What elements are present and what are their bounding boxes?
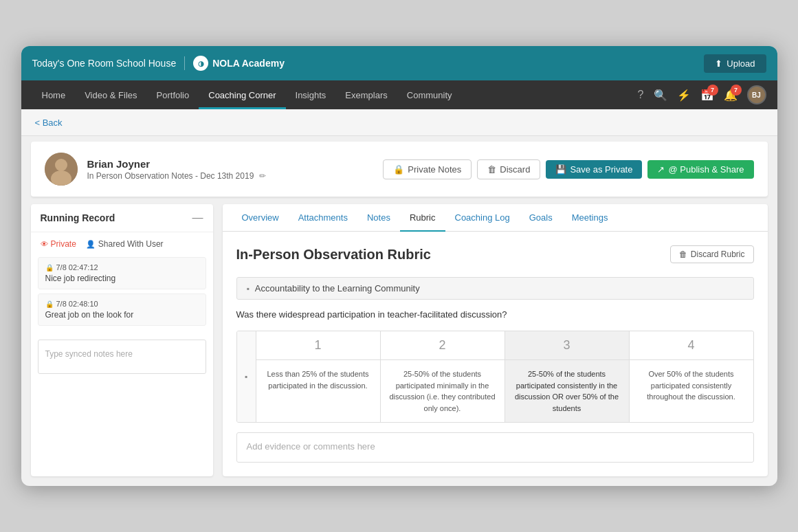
score-col-2[interactable]: 2 25-50% of the students participated mi… [381, 331, 505, 422]
tab-coaching-log[interactable]: Coaching Log [445, 204, 520, 231]
private-notes-icon: 🔒 [393, 164, 404, 175]
sidebar-tab-private[interactable]: 👁 Private [41, 239, 76, 249]
rubric-question: Was there widespread participation in te… [236, 309, 754, 320]
nav-item-exemplars[interactable]: Exemplars [335, 80, 397, 109]
shared-tab-icon: 👤 [86, 240, 96, 249]
back-bar: < Back [21, 109, 777, 136]
rubric-scores: 1 Less than 25% of the students particip… [256, 331, 753, 422]
section-toggle-icon[interactable]: ▪ [247, 284, 250, 293]
evidence-input[interactable]: Add evidence or comments here [236, 432, 754, 463]
separator [184, 56, 185, 70]
entry-time-2: 🔒 7/8 02:48:10 [45, 300, 199, 308]
tab-overview[interactable]: Overview [232, 204, 289, 231]
nav-right: ? 🔍 ⚡ 📅 7 🔔 7 BJ [638, 85, 766, 104]
discard-icon: 🗑 [487, 164, 496, 175]
lock-icon-2: 🔒 [45, 300, 54, 308]
nav-item-portfolio[interactable]: Portfolio [147, 80, 199, 109]
evidence-placeholder: Add evidence or comments here [247, 441, 375, 452]
tab-notes[interactable]: Notes [357, 204, 400, 231]
svg-point-1 [55, 159, 67, 171]
help-icon[interactable]: ? [638, 89, 644, 101]
sidebar-title: Running Record [41, 212, 115, 223]
save-private-button[interactable]: 💾 Save as Private [546, 160, 642, 179]
top-bar: Today's One Room School House ◑ NOLA Aca… [21, 46, 777, 80]
user-info: Brian Joyner In Person Observation Notes… [45, 153, 266, 186]
score-desc-4: Over 50% of the students participated co… [630, 360, 753, 422]
list-item: 🔒 7/8 02:47:12 Nice job redirecting [38, 257, 206, 289]
search-icon[interactable]: 🔍 [654, 89, 667, 102]
entry-text-1: Nice job redirecting [45, 274, 199, 283]
lock-icon-1: 🔒 [45, 264, 54, 271]
academy-logo: ◑ NOLA Academy [193, 56, 285, 71]
user-details: Brian Joyner In Person Observation Notes… [87, 158, 266, 181]
sidebar-input-placeholder: Type synced notes here [45, 349, 133, 359]
score-desc-1: Less than 25% of the students participat… [256, 360, 380, 422]
sidebar-header: Running Record — [31, 204, 213, 232]
app-container: Today's One Room School House ◑ NOLA Aca… [21, 46, 777, 486]
nav-item-coaching-corner[interactable]: Coaching Corner [199, 80, 285, 109]
user-avatar [45, 153, 78, 186]
score-number-1: 1 [256, 331, 380, 360]
minimize-icon[interactable]: — [192, 212, 203, 223]
sidebar-entries: 🔒 7/8 02:47:12 Nice job redirecting 🔒 7/… [31, 253, 213, 334]
publish-button[interactable]: ↗ @ Publish & Share [647, 160, 753, 179]
observation-label: In Person Observation Notes - Dec 13th 2… [87, 171, 266, 181]
notification-icon-wrapper[interactable]: 🔔 7 [724, 89, 738, 102]
panel-tabs: Overview Attachments Notes Rubric Coachi… [223, 204, 768, 232]
score-desc-3: 25-50% of the students participated cons… [505, 360, 629, 422]
running-record-sidebar: Running Record — 👁 Private 👤 Shared With… [31, 204, 213, 476]
save-icon: 💾 [555, 164, 566, 175]
tab-rubric[interactable]: Rubric [400, 204, 445, 231]
tab-attachments[interactable]: Attachments [289, 204, 357, 231]
rubric-title: In-Person Observation Rubric [236, 247, 431, 263]
discard-rubric-button[interactable]: 🗑 Discard Rubric [670, 245, 754, 263]
back-link[interactable]: < Back [35, 118, 63, 128]
school-name: Today's One Room School House [32, 58, 177, 69]
entry-text-2: Great job on the look for [45, 310, 199, 320]
private-notes-button[interactable]: 🔒 Private Notes [383, 159, 472, 179]
user-name: Brian Joyner [87, 158, 266, 170]
score-col-4[interactable]: 4 Over 50% of the students participated … [630, 331, 753, 422]
top-bar-left: Today's One Room School House ◑ NOLA Aca… [32, 56, 285, 71]
nav-item-community[interactable]: Community [397, 80, 462, 109]
notification-badge: 7 [731, 85, 742, 96]
nav-bar: Home Video & Files Portfolio Coaching Co… [21, 80, 777, 109]
rubric-content: In-Person Observation Rubric 🗑 Discard R… [223, 232, 768, 476]
nav-item-video-files[interactable]: Video & Files [75, 80, 146, 109]
private-tab-icon: 👁 [41, 240, 48, 248]
publish-icon: ↗ [657, 164, 665, 175]
header-actions: 🔒 Private Notes 🗑 Discard 💾 Save as Priv… [383, 159, 753, 179]
nav-items: Home Video & Files Portfolio Coaching Co… [32, 80, 638, 109]
sidebar-input-area[interactable]: Type synced notes here [38, 340, 206, 374]
academy-name: NOLA Academy [212, 58, 285, 69]
tab-goals[interactable]: Goals [520, 204, 562, 231]
calendar-badge: 7 [707, 85, 718, 96]
main-content: Running Record — 👁 Private 👤 Shared With… [21, 197, 777, 486]
user-avatar-btn[interactable]: BJ [747, 85, 766, 104]
flash-icon[interactable]: ⚡ [677, 89, 691, 102]
edit-icon[interactable]: ✏ [259, 171, 266, 181]
upload-button[interactable]: ⬆ Upload [704, 54, 766, 73]
list-item: 🔒 7/8 02:48:10 Great job on the look for [38, 293, 206, 326]
section-title: Accountability to the Learning Community [255, 283, 420, 293]
header-section: Brian Joyner In Person Observation Notes… [31, 142, 768, 197]
rubric-col-toggle[interactable]: ▪ [237, 331, 256, 422]
calendar-icon-wrapper[interactable]: 📅 7 [700, 89, 714, 102]
sidebar-tabs: 👁 Private 👤 Shared With User [31, 232, 213, 253]
entry-time-1: 🔒 7/8 02:47:12 [45, 263, 199, 271]
score-col-1[interactable]: 1 Less than 25% of the students particip… [256, 331, 381, 422]
score-number-4: 4 [630, 331, 753, 360]
user-avatar-img [45, 153, 78, 186]
rubric-grid: ▪ 1 Less than 25% of the students partic… [236, 331, 754, 423]
right-panel: Overview Attachments Notes Rubric Coachi… [223, 204, 768, 476]
rubric-header: In-Person Observation Rubric 🗑 Discard R… [236, 245, 754, 263]
nav-item-home[interactable]: Home [32, 80, 76, 109]
logo-icon: ◑ [193, 56, 208, 71]
tab-meetings[interactable]: Meetings [562, 204, 618, 231]
nav-item-insights[interactable]: Insights [286, 80, 336, 109]
upload-label: Upload [727, 58, 755, 69]
sidebar-tab-shared[interactable]: 👤 Shared With User [86, 239, 164, 249]
discard-button[interactable]: 🗑 Discard [477, 159, 540, 179]
score-desc-2: 25-50% of the students participated mini… [381, 360, 505, 422]
score-col-3[interactable]: 3 25-50% of the students participated co… [505, 331, 630, 422]
